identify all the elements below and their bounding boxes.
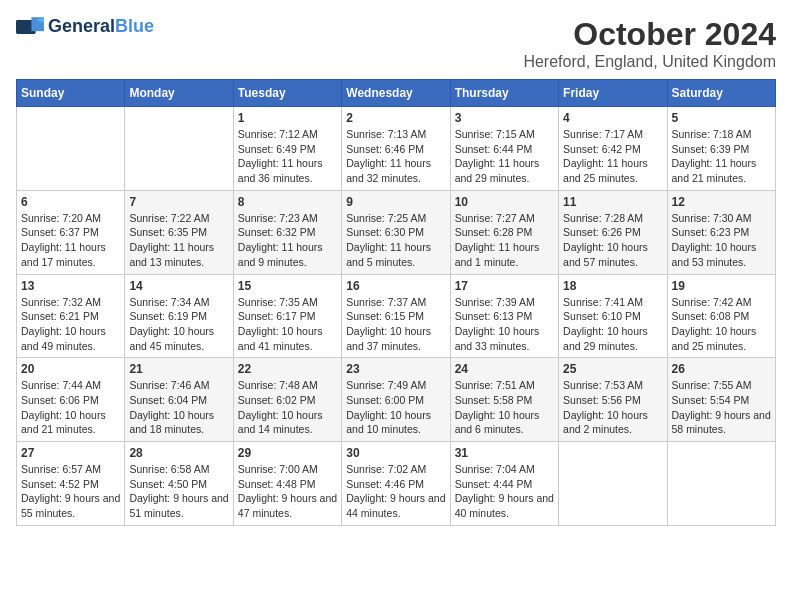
- calendar-week-row: 13Sunrise: 7:32 AMSunset: 6:21 PMDayligh…: [17, 274, 776, 358]
- day-number: 28: [129, 446, 228, 460]
- day-number: 17: [455, 279, 554, 293]
- calendar-cell: [667, 442, 775, 526]
- calendar-cell: 16Sunrise: 7:37 AMSunset: 6:15 PMDayligh…: [342, 274, 450, 358]
- calendar-cell: 17Sunrise: 7:39 AMSunset: 6:13 PMDayligh…: [450, 274, 558, 358]
- day-number: 4: [563, 111, 662, 125]
- calendar-header-thursday: Thursday: [450, 80, 558, 107]
- calendar-cell: 28Sunrise: 6:58 AMSunset: 4:50 PMDayligh…: [125, 442, 233, 526]
- calendar-cell: 29Sunrise: 7:00 AMSunset: 4:48 PMDayligh…: [233, 442, 341, 526]
- calendar-cell: 2Sunrise: 7:13 AMSunset: 6:46 PMDaylight…: [342, 107, 450, 191]
- calendar-week-row: 27Sunrise: 6:57 AMSunset: 4:52 PMDayligh…: [17, 442, 776, 526]
- calendar-cell: 8Sunrise: 7:23 AMSunset: 6:32 PMDaylight…: [233, 190, 341, 274]
- day-info: Sunrise: 6:57 AMSunset: 4:52 PMDaylight:…: [21, 462, 120, 521]
- day-info: Sunrise: 7:53 AMSunset: 5:56 PMDaylight:…: [563, 378, 662, 437]
- day-number: 21: [129, 362, 228, 376]
- calendar-cell: [17, 107, 125, 191]
- day-number: 9: [346, 195, 445, 209]
- calendar-header-saturday: Saturday: [667, 80, 775, 107]
- logo: GeneralBlue: [16, 16, 154, 37]
- day-info: Sunrise: 7:15 AMSunset: 6:44 PMDaylight:…: [455, 127, 554, 186]
- calendar-cell: 11Sunrise: 7:28 AMSunset: 6:26 PMDayligh…: [559, 190, 667, 274]
- day-number: 2: [346, 111, 445, 125]
- day-info: Sunrise: 7:51 AMSunset: 5:58 PMDaylight:…: [455, 378, 554, 437]
- day-number: 7: [129, 195, 228, 209]
- day-number: 8: [238, 195, 337, 209]
- calendar-cell: 21Sunrise: 7:46 AMSunset: 6:04 PMDayligh…: [125, 358, 233, 442]
- day-number: 6: [21, 195, 120, 209]
- day-info: Sunrise: 7:25 AMSunset: 6:30 PMDaylight:…: [346, 211, 445, 270]
- day-info: Sunrise: 7:44 AMSunset: 6:06 PMDaylight:…: [21, 378, 120, 437]
- day-number: 31: [455, 446, 554, 460]
- day-info: Sunrise: 6:58 AMSunset: 4:50 PMDaylight:…: [129, 462, 228, 521]
- calendar: SundayMondayTuesdayWednesdayThursdayFrid…: [16, 79, 776, 526]
- day-info: Sunrise: 7:28 AMSunset: 6:26 PMDaylight:…: [563, 211, 662, 270]
- day-number: 10: [455, 195, 554, 209]
- day-info: Sunrise: 7:12 AMSunset: 6:49 PMDaylight:…: [238, 127, 337, 186]
- calendar-cell: 13Sunrise: 7:32 AMSunset: 6:21 PMDayligh…: [17, 274, 125, 358]
- day-number: 19: [672, 279, 771, 293]
- calendar-cell: 22Sunrise: 7:48 AMSunset: 6:02 PMDayligh…: [233, 358, 341, 442]
- calendar-week-row: 1Sunrise: 7:12 AMSunset: 6:49 PMDaylight…: [17, 107, 776, 191]
- day-number: 1: [238, 111, 337, 125]
- month-title: October 2024: [523, 16, 776, 53]
- calendar-header-tuesday: Tuesday: [233, 80, 341, 107]
- calendar-cell: 14Sunrise: 7:34 AMSunset: 6:19 PMDayligh…: [125, 274, 233, 358]
- logo-general: General: [48, 16, 115, 36]
- day-info: Sunrise: 7:18 AMSunset: 6:39 PMDaylight:…: [672, 127, 771, 186]
- calendar-cell: 19Sunrise: 7:42 AMSunset: 6:08 PMDayligh…: [667, 274, 775, 358]
- day-number: 11: [563, 195, 662, 209]
- calendar-cell: 5Sunrise: 7:18 AMSunset: 6:39 PMDaylight…: [667, 107, 775, 191]
- day-number: 5: [672, 111, 771, 125]
- day-number: 12: [672, 195, 771, 209]
- calendar-cell: 6Sunrise: 7:20 AMSunset: 6:37 PMDaylight…: [17, 190, 125, 274]
- day-info: Sunrise: 7:02 AMSunset: 4:46 PMDaylight:…: [346, 462, 445, 521]
- calendar-header-row: SundayMondayTuesdayWednesdayThursdayFrid…: [17, 80, 776, 107]
- day-info: Sunrise: 7:32 AMSunset: 6:21 PMDaylight:…: [21, 295, 120, 354]
- calendar-cell: 1Sunrise: 7:12 AMSunset: 6:49 PMDaylight…: [233, 107, 341, 191]
- calendar-cell: [559, 442, 667, 526]
- calendar-cell: 18Sunrise: 7:41 AMSunset: 6:10 PMDayligh…: [559, 274, 667, 358]
- day-number: 24: [455, 362, 554, 376]
- day-number: 14: [129, 279, 228, 293]
- calendar-cell: 26Sunrise: 7:55 AMSunset: 5:54 PMDayligh…: [667, 358, 775, 442]
- calendar-cell: 15Sunrise: 7:35 AMSunset: 6:17 PMDayligh…: [233, 274, 341, 358]
- title-area: October 2024 Hereford, England, United K…: [523, 16, 776, 71]
- calendar-header-wednesday: Wednesday: [342, 80, 450, 107]
- day-info: Sunrise: 7:22 AMSunset: 6:35 PMDaylight:…: [129, 211, 228, 270]
- calendar-cell: 23Sunrise: 7:49 AMSunset: 6:00 PMDayligh…: [342, 358, 450, 442]
- calendar-cell: 24Sunrise: 7:51 AMSunset: 5:58 PMDayligh…: [450, 358, 558, 442]
- day-info: Sunrise: 7:34 AMSunset: 6:19 PMDaylight:…: [129, 295, 228, 354]
- calendar-cell: 25Sunrise: 7:53 AMSunset: 5:56 PMDayligh…: [559, 358, 667, 442]
- calendar-week-row: 6Sunrise: 7:20 AMSunset: 6:37 PMDaylight…: [17, 190, 776, 274]
- day-info: Sunrise: 7:30 AMSunset: 6:23 PMDaylight:…: [672, 211, 771, 270]
- calendar-cell: 7Sunrise: 7:22 AMSunset: 6:35 PMDaylight…: [125, 190, 233, 274]
- day-info: Sunrise: 7:20 AMSunset: 6:37 PMDaylight:…: [21, 211, 120, 270]
- day-info: Sunrise: 7:42 AMSunset: 6:08 PMDaylight:…: [672, 295, 771, 354]
- day-number: 30: [346, 446, 445, 460]
- day-info: Sunrise: 7:35 AMSunset: 6:17 PMDaylight:…: [238, 295, 337, 354]
- day-info: Sunrise: 7:39 AMSunset: 6:13 PMDaylight:…: [455, 295, 554, 354]
- calendar-cell: 10Sunrise: 7:27 AMSunset: 6:28 PMDayligh…: [450, 190, 558, 274]
- day-info: Sunrise: 7:17 AMSunset: 6:42 PMDaylight:…: [563, 127, 662, 186]
- day-info: Sunrise: 7:41 AMSunset: 6:10 PMDaylight:…: [563, 295, 662, 354]
- calendar-cell: 12Sunrise: 7:30 AMSunset: 6:23 PMDayligh…: [667, 190, 775, 274]
- calendar-cell: 4Sunrise: 7:17 AMSunset: 6:42 PMDaylight…: [559, 107, 667, 191]
- calendar-cell: [125, 107, 233, 191]
- day-number: 25: [563, 362, 662, 376]
- day-number: 3: [455, 111, 554, 125]
- day-number: 16: [346, 279, 445, 293]
- day-number: 27: [21, 446, 120, 460]
- day-number: 15: [238, 279, 337, 293]
- calendar-cell: 31Sunrise: 7:04 AMSunset: 4:44 PMDayligh…: [450, 442, 558, 526]
- calendar-cell: 27Sunrise: 6:57 AMSunset: 4:52 PMDayligh…: [17, 442, 125, 526]
- day-number: 26: [672, 362, 771, 376]
- day-info: Sunrise: 7:55 AMSunset: 5:54 PMDaylight:…: [672, 378, 771, 437]
- day-info: Sunrise: 7:00 AMSunset: 4:48 PMDaylight:…: [238, 462, 337, 521]
- calendar-cell: 30Sunrise: 7:02 AMSunset: 4:46 PMDayligh…: [342, 442, 450, 526]
- calendar-header-sunday: Sunday: [17, 80, 125, 107]
- day-info: Sunrise: 7:13 AMSunset: 6:46 PMDaylight:…: [346, 127, 445, 186]
- calendar-header-monday: Monday: [125, 80, 233, 107]
- location-title: Hereford, England, United Kingdom: [523, 53, 776, 71]
- day-info: Sunrise: 7:48 AMSunset: 6:02 PMDaylight:…: [238, 378, 337, 437]
- day-number: 29: [238, 446, 337, 460]
